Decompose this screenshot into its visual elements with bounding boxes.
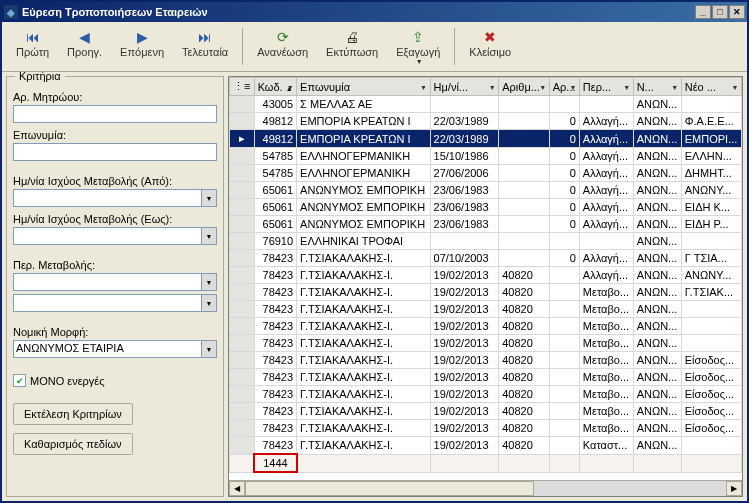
table-row[interactable]: 78423Γ.ΤΣΙΑΚΑΛΑΚΗΣ-Ι.19/02/201340820Μετα… [230,284,742,301]
cell [549,369,579,386]
cell: 76910 [254,233,296,250]
cell: ΑΝΩΝ... [633,113,681,130]
cell: Είσοδος... [681,420,741,437]
cell: 78423 [254,301,296,318]
cell: 49812 [254,130,296,148]
cell [681,437,741,455]
column-header[interactable]: Κωδ. ▲▼ [254,78,296,96]
horizontal-scrollbar[interactable]: ◀▶ [229,480,742,496]
legal-form-label: Νομική Μορφή: [13,326,217,338]
cell: ΑΝΩΝ... [633,403,681,420]
print-label: Εκτύπωση [326,46,378,58]
table-row[interactable]: 78423Γ.ΤΣΙΑΚΑΛΑΚΗΣ-Ι.19/02/201340820Μετα… [230,386,742,403]
cell: Σ ΜΕΛΛΑΣ ΑΕ [297,96,430,113]
maximize-button[interactable]: □ [712,5,728,19]
table-row[interactable]: 49812ΕΜΠΟΡΙΑ ΚΡΕΑΤΩΝ Ι22/03/19890Αλλαγή.… [230,113,742,130]
first-button[interactable]: ⏮Πρώτη [8,26,57,60]
cell: 19/02/2013 [430,420,499,437]
cell [430,96,499,113]
cell: 19/02/2013 [430,403,499,420]
last-button[interactable]: ⏭Τελευταία [174,26,236,60]
table-row[interactable]: 65061ΑΝΩΝΥΜΟΣ ΕΜΠΟΡΙΚΗ23/06/19830Αλλαγή.… [230,182,742,199]
prev-button[interactable]: ◀Προηγ. [59,26,110,60]
column-header[interactable]: Ν...▼ [633,78,681,96]
table-row[interactable]: 76910ΕΛΛΗΝΙΚΑΙ ΤΡΟΦΑΙΑΝΩΝ... [230,233,742,250]
name-input[interactable] [13,143,217,161]
table-row[interactable]: 78423Γ.ΤΣΙΑΚΑΛΑΚΗΣ-Ι.19/02/201340820Μετα… [230,369,742,386]
close-toolbar-button[interactable]: ✖Κλείσιμο [461,26,519,60]
date-to-combo[interactable]: ▼ [13,227,217,245]
only-active-label: ΜΟΝΟ ενεργές [30,375,105,387]
table-row[interactable]: 54785ΕΛΛΗΝΟΓΕΡΜΑΝΙΚΗ15/10/19860Αλλαγή...… [230,148,742,165]
change-cat-combo-2[interactable]: ▼ [13,294,217,312]
cell: 40820 [499,335,550,352]
cell: Είσοδος... [681,352,741,369]
cell: Είσοδος... [681,403,741,420]
row-indicator [230,301,255,318]
table-row[interactable]: 78423Γ.ΤΣΙΑΚΑΛΑΚΗΣ-Ι.19/02/201340820Μετα… [230,352,742,369]
table-row[interactable]: ▸49812ΕΜΠΟΡΙΑ ΚΡΕΑΤΩΝ Ι22/03/19890Αλλαγή… [230,130,742,148]
cell: Γ.ΤΣΙΑΚΑΛΑΚΗΣ-Ι. [297,403,430,420]
table-row[interactable]: 78423Γ.ΤΣΙΑΚΑΛΑΚΗΣ-Ι.19/02/201340820Μετα… [230,301,742,318]
table-row[interactable]: 78423Γ.ΤΣΙΑΚΑΛΑΚΗΣ-Ι.19/02/201340820Μετα… [230,403,742,420]
cell: ΑΝΩΝ... [633,250,681,267]
print-button[interactable]: 🖨Εκτύπωση [318,26,386,60]
chevron-down-icon: ▼ [201,341,216,357]
cell: Αλλαγή... [579,250,633,267]
table-row[interactable]: 54785ΕΛΛΗΝΟΓΕΡΜΑΝΙΚΗ27/06/20060Αλλαγή...… [230,165,742,182]
column-header[interactable]: Αριθμ...▼ [499,78,550,96]
table-row[interactable]: 65061ΑΝΩΝΥΜΟΣ ΕΜΠΟΡΙΚΗ23/06/19830Αλλαγή.… [230,199,742,216]
column-header[interactable]: Ημ/νί...▼ [430,78,499,96]
column-header[interactable]: Νέο ...▼ [681,78,741,96]
cell: 15/10/1986 [430,148,499,165]
cell: Αλλαγή... [579,267,633,284]
row-indicator [230,113,255,130]
change-cat-combo-1[interactable]: ▼ [13,273,217,291]
next-button[interactable]: ▶Επόμενη [112,26,172,60]
table-row[interactable]: 78423Γ.ΤΣΙΑΚΑΛΑΚΗΣ-Ι.07/10/20030Αλλαγή..… [230,250,742,267]
table-row[interactable]: 65061ΑΝΩΝΥΜΟΣ ΕΜΠΟΡΙΚΗ23/06/19830Αλλαγή.… [230,216,742,233]
criteria-panel: Κριτήρια Αρ. Μητρώου: Επωνυμία: Ημ/νία Ι… [6,76,224,497]
date-from-label: Ημ/νία Ισχύος Μεταβολής (Από): [13,175,217,187]
table-row[interactable]: 78423Γ.ΤΣΙΑΚΑΛΑΚΗΣ-Ι.19/02/201340820Μετα… [230,420,742,437]
cell: ΔΗΜΗΤ... [681,165,741,182]
record-count: 1444 [254,454,296,472]
cell: 65061 [254,216,296,233]
table-row[interactable]: 78423Γ.ΤΣΙΑΚΑΛΑΚΗΣ-Ι.19/02/201340820Κατα… [230,437,742,455]
column-header[interactable]: Αρ...▼ [549,78,579,96]
app-icon: ◆ [4,5,18,19]
cell: 0 [549,250,579,267]
refresh-button[interactable]: ⟳Ανανέωση [249,26,316,60]
date-to-label: Ημ/νία Ισχύος Μεταβολής (Εως): [13,213,217,225]
cell: Γ.ΤΣΙΑΚΑΛΑΚΗΣ-Ι. [297,318,430,335]
cell: Μεταβο... [579,335,633,352]
cell: 54785 [254,148,296,165]
clear-fields-button[interactable]: Καθαρισμός πεδίων [13,433,133,455]
column-header[interactable]: Επωνυμία▼ [297,78,430,96]
legal-form-combo[interactable]: ΑΝΩΝΥΜΟΣ ΕΤΑΙΡΙΑ▼ [13,340,217,358]
only-active-checkbox[interactable]: ✔ [13,374,26,387]
cell: Γ.ΤΣΙΑΚΑΛΑΚΗΣ-Ι. [297,369,430,386]
close-button[interactable]: ✕ [729,5,745,19]
row-indicator [230,335,255,352]
column-header[interactable]: Περ...▼ [579,78,633,96]
date-from-combo[interactable]: ▼ [13,189,217,207]
row-indicator [230,267,255,284]
cell [549,267,579,284]
last-label: Τελευταία [182,46,228,58]
cell: 65061 [254,199,296,216]
minimize-button[interactable]: _ [695,5,711,19]
export-button[interactable]: ⇪Εξαγωγή▼ [388,26,448,67]
table-row[interactable]: 78423Γ.ΤΣΙΑΚΑΛΑΚΗΣ-Ι.19/02/201340820Μετα… [230,318,742,335]
table-row[interactable]: 43005Σ ΜΕΛΛΑΣ ΑΕΑΝΩΝ... [230,96,742,113]
cell: 40820 [499,403,550,420]
run-criteria-button[interactable]: Εκτέλεση Κριτηρίων [13,403,133,425]
table-row[interactable]: 78423Γ.ΤΣΙΑΚΑΛΑΚΗΣ-Ι.19/02/201340820Αλλα… [230,267,742,284]
table-row[interactable]: 78423Γ.ΤΣΙΑΚΑΛΑΚΗΣ-Ι.19/02/201340820Μετα… [230,335,742,352]
cell: Μεταβο... [579,284,633,301]
cell: Γ.ΤΣΙΑΚ... [681,284,741,301]
cell: Μεταβο... [579,301,633,318]
cell: 19/02/2013 [430,437,499,455]
registry-input[interactable] [13,105,217,123]
prev-icon: ◀ [75,28,95,46]
